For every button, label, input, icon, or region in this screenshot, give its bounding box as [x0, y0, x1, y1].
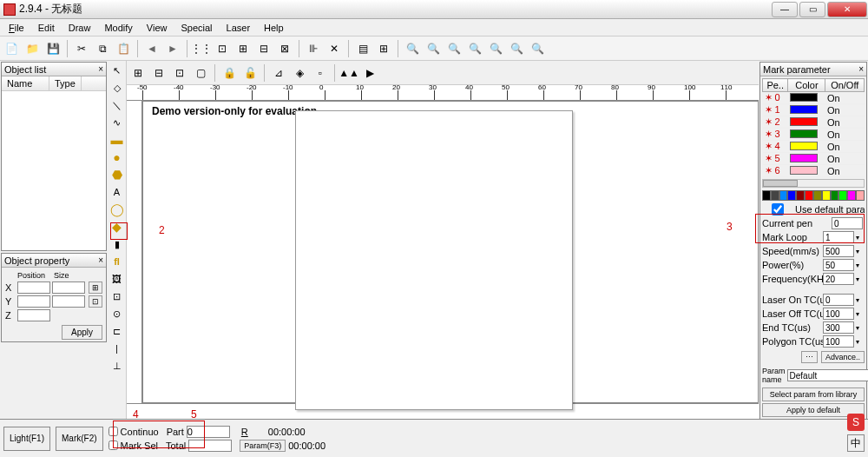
panel-close-icon[interactable]: ×: [858, 64, 864, 74]
palette-swatch[interactable]: [771, 190, 779, 201]
light-button[interactable]: Light(F1): [3, 427, 50, 451]
palette-swatch[interactable]: [856, 190, 865, 201]
palette-swatch[interactable]: [847, 190, 856, 201]
pen-row[interactable]: ✶ 6On: [763, 165, 865, 177]
y-pos-input[interactable]: [17, 295, 50, 308]
extend1-icon[interactable]: |: [109, 341, 125, 356]
current-pen-input[interactable]: [832, 217, 863, 229]
line-tool-icon[interactable]: ＼: [109, 97, 125, 113]
palette-swatch[interactable]: [831, 190, 839, 201]
snap4-icon[interactable]: ⊠: [275, 39, 294, 58]
menu-laser[interactable]: Laser: [220, 21, 258, 35]
open-icon[interactable]: 📁: [23, 39, 42, 58]
copy-icon[interactable]: ⧉: [93, 39, 112, 58]
polygon-tool-icon[interactable]: ⬣: [109, 167, 125, 182]
power-input[interactable]: [823, 259, 854, 271]
lock-icon[interactable]: 🔒: [220, 63, 239, 83]
mark-button[interactable]: Mark(F2): [56, 427, 103, 451]
save-icon[interactable]: 💾: [43, 39, 62, 58]
tools-icon[interactable]: ✕: [325, 39, 344, 58]
col-type[interactable]: Type: [49, 76, 82, 90]
pen-row[interactable]: ✶ 0On: [763, 92, 865, 104]
color-palette[interactable]: [762, 190, 865, 201]
continuo-checkbox[interactable]: [108, 427, 118, 436]
ellipse-tool-icon[interactable]: ◯: [109, 202, 125, 217]
marksel-checkbox[interactable]: [108, 440, 118, 450]
rect-tool-icon[interactable]: ▬: [109, 132, 125, 148]
use-default-checkbox[interactable]: [762, 203, 793, 215]
param-f3-button[interactable]: Param(F3): [240, 440, 286, 452]
zoom-100-icon[interactable]: 🔍: [528, 39, 547, 58]
anchor-icon[interactable]: ⊡: [89, 295, 102, 308]
timer-tool-icon[interactable]: ⊙: [109, 306, 125, 321]
snap2-icon[interactable]: ⊞: [233, 39, 253, 58]
select-all-icon[interactable]: ⊞: [128, 63, 148, 83]
laser-on-input[interactable]: [823, 294, 854, 306]
cut-icon[interactable]: ✂: [72, 39, 91, 58]
mirror-v-icon[interactable]: ▶: [360, 63, 379, 83]
palette-swatch[interactable]: [813, 190, 822, 201]
center-icon[interactable]: ◈: [290, 63, 309, 83]
zoom-sel-icon[interactable]: 🔍: [486, 39, 505, 58]
zoom-all-icon[interactable]: 🔍: [507, 39, 526, 58]
redo-icon[interactable]: ►: [163, 39, 182, 58]
mark-loop-input[interactable]: [823, 231, 854, 243]
x-size-input[interactable]: [52, 281, 85, 294]
pen-col[interactable]: Pe..: [763, 79, 788, 92]
mirror-h-icon[interactable]: ▲▲: [339, 63, 358, 83]
fi-tool-icon[interactable]: fI: [109, 254, 125, 269]
menu-view[interactable]: View: [140, 21, 174, 35]
palette-swatch[interactable]: [805, 190, 813, 201]
x-pos-input[interactable]: [17, 281, 50, 294]
pen-row[interactable]: ✶ 3On: [763, 129, 865, 141]
image-tool-icon[interactable]: 🖼: [109, 271, 125, 287]
end-tc-input[interactable]: [823, 321, 854, 334]
distribute-icon[interactable]: ▫: [311, 63, 330, 83]
align2-icon[interactable]: ⊿: [269, 63, 288, 83]
speed-input[interactable]: [823, 245, 854, 257]
advance-button[interactable]: Advance..: [821, 351, 865, 363]
col-name[interactable]: Name: [2, 76, 49, 90]
zoom-out-icon[interactable]: 🔍: [444, 39, 464, 58]
pen-row[interactable]: ✶ 1On: [763, 104, 865, 116]
zoom-in-icon[interactable]: 🔍: [424, 39, 443, 58]
panel-close-icon[interactable]: ×: [98, 255, 103, 265]
snap1-icon[interactable]: ⊡: [213, 39, 232, 58]
vector-tool-icon[interactable]: ⊡: [109, 288, 125, 304]
extend2-icon[interactable]: ⊥: [109, 358, 125, 374]
menu-special[interactable]: Special: [174, 21, 219, 35]
total-input[interactable]: [188, 440, 232, 452]
lock-aspect-icon[interactable]: ⊞: [89, 281, 102, 294]
text-tool-icon[interactable]: A: [109, 184, 125, 200]
panel-close-icon[interactable]: ×: [98, 64, 103, 74]
ungroup-icon[interactable]: ▢: [191, 63, 210, 83]
apply-button[interactable]: Apply: [62, 325, 102, 340]
select-inv-icon[interactable]: ⊟: [149, 63, 168, 83]
new-icon[interactable]: 📄: [2, 39, 21, 58]
align-icon[interactable]: ⊪: [304, 39, 323, 58]
pointer-tool-icon[interactable]: ↖: [109, 63, 125, 78]
frequency-input[interactable]: [823, 273, 854, 285]
more-button[interactable]: ⋯: [801, 351, 818, 363]
palette-swatch[interactable]: [787, 190, 796, 201]
list-icon[interactable]: ▤: [353, 39, 372, 58]
param-name-input[interactable]: [787, 369, 868, 381]
pen-row[interactable]: ✶ 5On: [763, 153, 865, 165]
unlock-icon[interactable]: 🔓: [240, 63, 260, 83]
pen-row[interactable]: ✶ 2On: [763, 116, 865, 129]
color-col[interactable]: Color: [788, 79, 825, 92]
canvas[interactable]: Demo version-only for evaluation: [142, 101, 759, 403]
node-icon[interactable]: ⋮⋮: [192, 39, 211, 58]
menu-draw[interactable]: Draw: [62, 21, 98, 35]
ime-indicator-s[interactable]: S: [847, 414, 865, 431]
menu-modify[interactable]: Modify: [97, 21, 139, 35]
onoff-col[interactable]: On/Off: [825, 79, 865, 92]
ime-indicator-zh[interactable]: 中: [847, 434, 865, 452]
input-tool-icon[interactable]: ⊏: [109, 323, 125, 339]
menu-help[interactable]: Help: [257, 21, 291, 35]
zoom-icon[interactable]: 🔍: [403, 39, 422, 58]
palette-swatch[interactable]: [796, 190, 805, 201]
circle-tool-icon[interactable]: ●: [109, 149, 125, 165]
node-tool-icon[interactable]: ◇: [109, 80, 125, 96]
close-button[interactable]: ✕: [827, 2, 867, 17]
